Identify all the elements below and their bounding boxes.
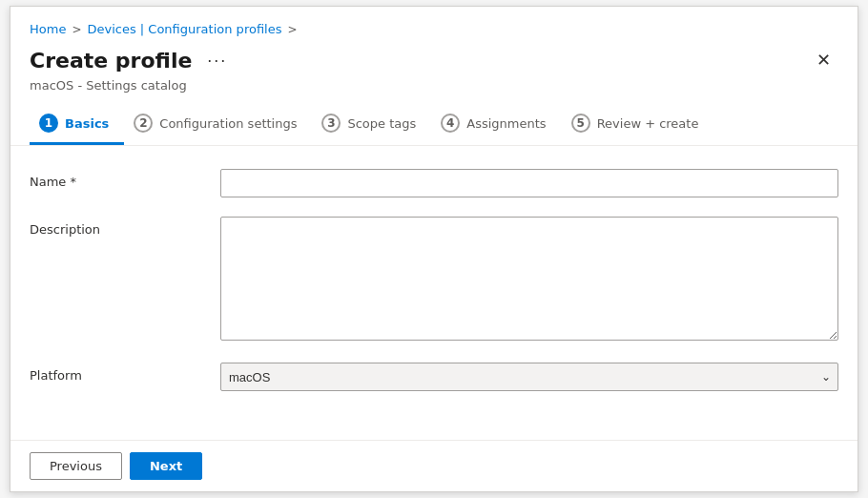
- tab-circle-5: 5: [571, 114, 590, 133]
- tab-bar: 1 Basics 2 Configuration settings 3 Scop…: [30, 104, 838, 145]
- page-title: Create profile: [30, 49, 192, 73]
- tab-circle-4: 4: [441, 114, 460, 133]
- title-row: Create profile ··· ✕: [30, 46, 838, 74]
- breadcrumb-sep-2: >: [287, 23, 297, 36]
- tab-circle-1: 1: [39, 114, 58, 133]
- tab-circle-2: 2: [134, 114, 153, 133]
- tab-circle-3: 3: [321, 114, 341, 133]
- platform-field-row: Platform macOS Windows 10 and later iOS/…: [30, 363, 838, 391]
- previous-button[interactable]: Previous: [30, 452, 122, 480]
- tab-configuration-settings[interactable]: 2 Configuration settings: [124, 104, 312, 145]
- tab-basics[interactable]: 1 Basics: [30, 104, 124, 145]
- modal-body: Name Description Platform macOS Windows …: [10, 146, 858, 440]
- name-field-row: Name: [30, 169, 838, 197]
- next-button[interactable]: Next: [130, 452, 202, 480]
- platform-select-wrap: macOS Windows 10 and later iOS/iPadOS An…: [220, 363, 838, 391]
- tab-review-create-label: Review + create: [597, 116, 699, 131]
- subtitle: macOS - Settings catalog: [30, 78, 838, 93]
- description-field-row: Description: [30, 217, 838, 343]
- close-button[interactable]: ✕: [809, 46, 838, 74]
- tab-basics-label: Basics: [65, 116, 109, 131]
- name-input-wrap: [220, 169, 838, 197]
- title-left: Create profile ···: [30, 49, 233, 73]
- tab-review-create[interactable]: 5 Review + create: [562, 104, 714, 145]
- description-input-wrap: [220, 217, 838, 343]
- tab-assignments[interactable]: 4 Assignments: [431, 104, 561, 145]
- breadcrumb: Home > Devices | Configuration profiles …: [30, 22, 838, 36]
- platform-select-container: macOS Windows 10 and later iOS/iPadOS An…: [220, 363, 838, 391]
- description-label: Description: [30, 217, 220, 237]
- modal-footer: Previous Next: [10, 440, 858, 491]
- tab-configuration-settings-label: Configuration settings: [159, 116, 297, 131]
- tab-assignments-label: Assignments: [466, 116, 546, 131]
- tab-scope-tags-label: Scope tags: [347, 116, 416, 131]
- name-input[interactable]: [220, 169, 838, 197]
- ellipsis-button[interactable]: ···: [201, 49, 233, 73]
- create-profile-modal: Home > Devices | Configuration profiles …: [10, 6, 858, 492]
- tab-scope-tags[interactable]: 3 Scope tags: [312, 104, 431, 145]
- breadcrumb-devices[interactable]: Devices | Configuration profiles: [87, 22, 281, 36]
- platform-label: Platform: [30, 363, 220, 383]
- breadcrumb-home[interactable]: Home: [30, 22, 66, 36]
- name-label: Name: [30, 169, 220, 189]
- description-input[interactable]: [220, 217, 838, 341]
- modal-header: Home > Devices | Configuration profiles …: [10, 7, 858, 146]
- breadcrumb-sep-1: >: [72, 23, 81, 36]
- platform-select[interactable]: macOS Windows 10 and later iOS/iPadOS An…: [220, 363, 838, 391]
